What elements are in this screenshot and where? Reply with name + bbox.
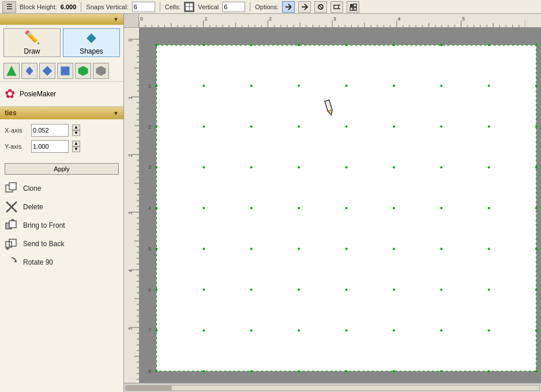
clone-label: Clone xyxy=(23,184,41,193)
clone-svg xyxy=(5,182,18,195)
block-height-label: Block Height: xyxy=(20,3,57,10)
bring-front-icon xyxy=(5,218,18,232)
bring-front-label: Bring to Front xyxy=(23,221,65,229)
horizontal-ruler xyxy=(139,14,525,27)
svg-rect-12 xyxy=(354,7,356,10)
bring-front-action[interactable]: Bring to Front xyxy=(0,216,123,235)
svg-marker-18 xyxy=(96,66,106,76)
shapes-icon: ◆ xyxy=(87,30,96,45)
option-btn-5[interactable] xyxy=(347,1,359,13)
svg-marker-15 xyxy=(43,66,52,76)
xaxis-input[interactable] xyxy=(31,124,69,137)
tabs-section: ✏️ Draw ◆ Shapes xyxy=(0,25,123,61)
grid-cell xyxy=(190,3,193,7)
canvas-container[interactable] xyxy=(139,28,541,383)
xaxis-label: X-axis xyxy=(5,127,28,134)
xaxis-down[interactable]: ▼ xyxy=(72,130,80,136)
scroll-thumb[interactable] xyxy=(126,386,172,390)
option-btn-4[interactable] xyxy=(330,1,343,13)
svg-rect-6 xyxy=(334,5,339,9)
draw-icon: ✏️ xyxy=(24,30,40,45)
yaxis-down[interactable]: ▼ xyxy=(72,146,80,152)
shapes-tab-label: Shapes xyxy=(80,47,103,55)
posie-section[interactable]: ✿ PosieMaker xyxy=(0,82,123,107)
scroll-track[interactable] xyxy=(125,385,540,391)
top-toolbar: ☰ Block Height: 6.000 Snaps Vertical: Ce… xyxy=(0,0,541,14)
h-scrollbar[interactable] xyxy=(124,383,541,392)
xaxis-spinner[interactable]: ▲ ▼ xyxy=(72,125,80,136)
send-back-label: Send to Back xyxy=(23,240,64,248)
xaxis-row: X-axis ▲ ▼ xyxy=(5,124,119,137)
grid-cell xyxy=(186,7,189,10)
properties-arrow-icon: ▼ xyxy=(113,110,119,116)
hexagon-flat-icon xyxy=(77,65,89,77)
options-label: Options: xyxy=(255,3,279,10)
divider-1 xyxy=(81,2,81,12)
svg-marker-33 xyxy=(14,260,16,262)
panel-top-header[interactable]: ▼ xyxy=(0,14,123,25)
draw-tab[interactable]: ✏️ Draw xyxy=(3,28,61,57)
main-drawing-canvas[interactable] xyxy=(139,28,541,383)
cells-label: Cells: xyxy=(165,3,181,10)
svg-marker-13 xyxy=(7,66,16,76)
option-icon-5 xyxy=(349,3,357,11)
option-icon-1 xyxy=(284,3,292,11)
snaps-vertical-input[interactable] xyxy=(132,2,155,12)
main-area: ▼ ✏️ Draw ◆ Shapes xyxy=(0,14,541,392)
svg-rect-9 xyxy=(350,4,353,7)
option-btn-1[interactable] xyxy=(282,1,295,13)
rotate-label: Rotate 90 xyxy=(23,258,53,266)
rotate-action[interactable]: Rotate 90 xyxy=(0,253,123,272)
delete-action[interactable]: Delete xyxy=(0,198,123,216)
block-height-value: 6.000 xyxy=(61,3,77,10)
ruler-top xyxy=(124,14,541,28)
shape-small-diamond[interactable] xyxy=(21,63,37,79)
properties-header[interactable]: ties ▼ xyxy=(0,107,123,119)
cells-grid-icon[interactable] xyxy=(184,2,194,12)
small-diamond-icon xyxy=(24,65,35,77)
panel-arrow-icon: ▼ xyxy=(113,16,119,22)
shapes-tab[interactable]: ◆ Shapes xyxy=(63,28,120,57)
menu-toggle[interactable]: ☰ xyxy=(2,1,16,13)
apply-button[interactable]: Apply xyxy=(5,163,119,175)
svg-rect-16 xyxy=(61,67,69,75)
yaxis-up[interactable]: ▲ xyxy=(72,141,80,146)
rotate-svg xyxy=(5,255,18,269)
svg-marker-17 xyxy=(78,66,88,76)
delete-icon xyxy=(5,200,18,214)
yaxis-spinner[interactable]: ▲ ▼ xyxy=(72,141,80,152)
svg-marker-14 xyxy=(26,67,33,75)
rotate-icon xyxy=(5,255,18,269)
option-btn-3[interactable] xyxy=(314,1,327,13)
send-back-action[interactable]: Send to Back xyxy=(0,235,123,253)
option-icon-4 xyxy=(333,3,341,11)
properties-panel: ties ▼ X-axis ▲ ▼ Y-axis ▲ ▼ xyxy=(0,107,123,272)
svg-rect-10 xyxy=(354,4,356,7)
yaxis-label: Y-axis xyxy=(5,143,28,150)
shape-hexagon[interactable] xyxy=(93,63,109,79)
posie-icon: ✿ xyxy=(5,86,15,101)
canvas-body xyxy=(124,28,541,383)
vertical-ruler xyxy=(124,28,139,383)
svg-rect-24 xyxy=(9,221,16,228)
ruler-corner xyxy=(124,14,139,28)
draw-tab-label: Draw xyxy=(24,47,40,55)
send-back-svg xyxy=(5,237,18,251)
svg-rect-11 xyxy=(350,7,353,10)
shape-square[interactable] xyxy=(57,63,73,79)
delete-label: Delete xyxy=(23,203,43,211)
option-icon-3 xyxy=(317,3,325,11)
properties-title: ties xyxy=(5,109,17,117)
shape-diamond[interactable] xyxy=(39,63,55,79)
shapes-row xyxy=(0,61,123,82)
vertical-input[interactable] xyxy=(222,2,245,12)
yaxis-input[interactable] xyxy=(31,140,69,153)
grid-cell xyxy=(186,3,189,7)
shape-hexagon-flat[interactable] xyxy=(75,63,91,79)
option-btn-2[interactable] xyxy=(298,1,311,13)
clone-action[interactable]: Clone xyxy=(0,179,123,198)
xaxis-up[interactable]: ▲ xyxy=(72,125,80,130)
shape-triangle[interactable] xyxy=(3,63,20,79)
option-icon-2 xyxy=(300,3,309,11)
left-panel: ▼ ✏️ Draw ◆ Shapes xyxy=(0,14,124,392)
